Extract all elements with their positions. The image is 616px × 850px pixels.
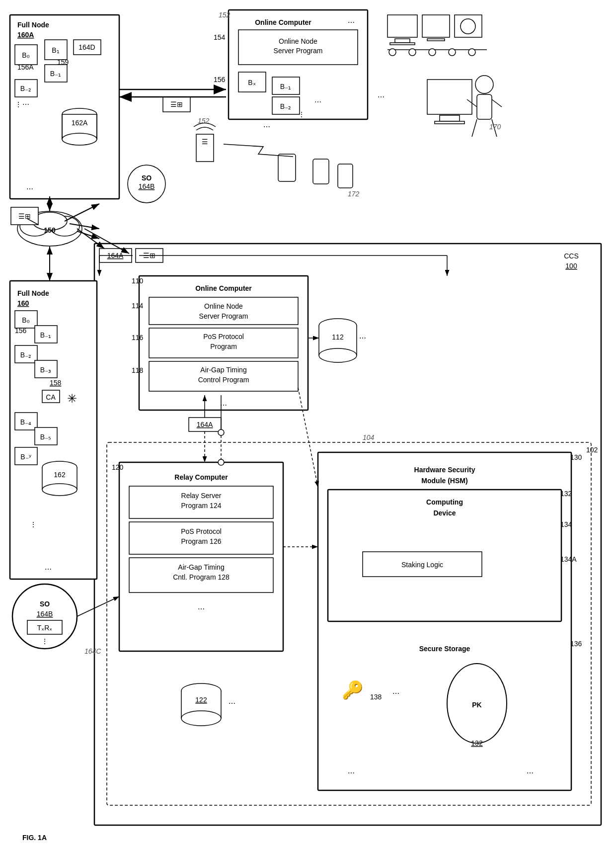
ref-154: 154 — [214, 33, 226, 41]
pos-protocol-relay-label: PoS Protocol — [181, 527, 222, 535]
computing-device-label: Computing — [426, 498, 463, 506]
ref-118: 118 — [132, 366, 144, 374]
svg-rect-66 — [477, 94, 492, 119]
air-gap-timing-main: Air-Gap Timing — [200, 366, 246, 374]
diagram: CCS 100 Full Node 160A B₀ 156A B₁ 159 16… — [0, 0, 616, 850]
ccs-num: 100 — [565, 262, 577, 270]
secure-storage-label: Secure Storage — [419, 645, 470, 653]
svg-text:⋯: ⋯ — [314, 98, 321, 106]
svg-point-65 — [475, 76, 493, 93]
ref-114: 114 — [132, 302, 144, 310]
ref-172: 172 — [348, 190, 360, 198]
ref-158: 158 — [50, 379, 62, 387]
svg-line-68 — [492, 99, 502, 107]
svg-text:⋯: ⋯ — [527, 769, 534, 777]
ref-122: 122 — [195, 696, 207, 704]
svg-point-132 — [218, 429, 224, 435]
svg-text:⋯: ⋯ — [45, 565, 52, 573]
ccs-label: CCS — [564, 252, 579, 260]
air-gap-relay-label: Air-Gap Timing — [178, 563, 224, 571]
full-node-160-num: 160 — [17, 299, 29, 307]
svg-rect-53 — [427, 39, 445, 41]
ref-102: 102 — [586, 446, 598, 454]
txrx-label: TₓRₓ — [37, 624, 53, 632]
pos-protocol-main: PoS Protocol — [203, 333, 244, 340]
network-device-tl: ☰⊞ — [18, 212, 31, 220]
ref-132b: 132 — [471, 739, 483, 747]
relay-server-program-label: Relay Server — [181, 492, 222, 500]
svg-rect-73 — [313, 159, 329, 184]
pk-label: PK — [472, 701, 481, 709]
ref-132: 132 — [560, 490, 572, 498]
hsm-label-2: Module (HSM) — [421, 477, 467, 485]
so-164b-top-num: 164B — [139, 182, 155, 190]
svg-rect-64 — [435, 121, 464, 124]
ref-130: 130 — [570, 453, 582, 461]
ref-170: 170 — [489, 123, 501, 131]
ref-116: 116 — [132, 334, 144, 341]
online-node-server-top: Online Node — [279, 37, 317, 45]
so-164b-top-label: SO — [142, 174, 152, 182]
svg-text:⋯: ⋯ — [263, 123, 270, 131]
svg-text:⋯: ⋯ — [26, 185, 33, 193]
b-neg3-160: B₋₃ — [40, 366, 51, 374]
svg-text:⋯: ⋯ — [198, 605, 205, 613]
svg-text:⋯: ⋯ — [359, 334, 366, 342]
svg-point-60 — [449, 49, 456, 56]
svg-point-15 — [62, 133, 97, 145]
ref-110: 110 — [132, 277, 144, 285]
online-computer-top-label: Online Computer — [255, 18, 311, 26]
ref-152-arrow: 152 — [198, 117, 210, 125]
svg-point-36 — [42, 484, 77, 496]
relay-computer-label: Relay Computer — [174, 473, 228, 481]
svg-line-116 — [65, 204, 99, 221]
explosion-symbol: ✳ — [67, 392, 77, 405]
b-y-160: B₋ʸ — [20, 453, 31, 461]
svg-point-61 — [468, 49, 475, 56]
svg-rect-52 — [422, 15, 450, 37]
ref-134: 134 — [560, 520, 572, 528]
b0-160: B₀ — [22, 316, 29, 324]
svg-text:⋮: ⋮ — [41, 637, 48, 645]
full-node-160-label: Full Node — [17, 289, 49, 297]
b-neg5-160: B₋₅ — [40, 433, 51, 441]
ref-152: 152 — [219, 11, 231, 19]
air-gap-relay-num: Cntl. Program 128 — [173, 573, 230, 581]
b-neg2-160: B₋₂ — [20, 351, 31, 359]
svg-point-55 — [461, 19, 475, 34]
b1-160a: B₁ — [52, 46, 59, 54]
svg-text:⋮: ⋮ — [298, 110, 305, 118]
svg-text:⋯: ⋯ — [229, 699, 235, 707]
svg-text:⋯: ⋯ — [348, 769, 355, 777]
svg-rect-72 — [278, 154, 296, 181]
b-neg1-online-top: B₋₁ — [280, 83, 291, 90]
b0-160a: B₀ — [22, 51, 29, 59]
b-neg4-160: B₋₄ — [20, 418, 31, 426]
wifi-device: ☰ — [202, 138, 208, 146]
svg-line-69 — [472, 119, 477, 137]
so-164b-bottom-label: SO — [40, 600, 50, 608]
b-neg1-160a: B₋₁ — [50, 70, 61, 78]
online-node-server-main: Online Node — [204, 302, 243, 310]
ref-162a: 162A — [72, 119, 88, 127]
fig-title: FIG. 1A — [22, 834, 47, 842]
svg-rect-49 — [387, 15, 417, 37]
ref-134a: 134A — [560, 555, 577, 563]
ref-138: 138 — [370, 693, 382, 701]
full-node-160a-label: Full Node — [17, 21, 49, 29]
svg-text:⋮: ⋮ — [30, 520, 37, 528]
svg-rect-81 — [149, 297, 298, 325]
svg-rect-50 — [395, 39, 410, 43]
svg-point-102 — [181, 711, 221, 726]
relay-server-program-num: Program 124 — [181, 502, 222, 510]
network-device-center: ☰⊞ — [170, 100, 183, 108]
svg-text:⋮: ⋮ — [15, 100, 22, 108]
online-computer-main-label: Online Computer — [195, 284, 252, 292]
bx-top: Bₓ — [248, 79, 255, 86]
hsm-label: Hardware Security — [414, 466, 475, 474]
ca-label: CA — [46, 393, 56, 401]
svg-text:⋯: ⋯ — [22, 100, 29, 108]
svg-point-58 — [409, 49, 416, 56]
svg-rect-62 — [427, 80, 472, 114]
ref-136: 136 — [570, 640, 582, 648]
